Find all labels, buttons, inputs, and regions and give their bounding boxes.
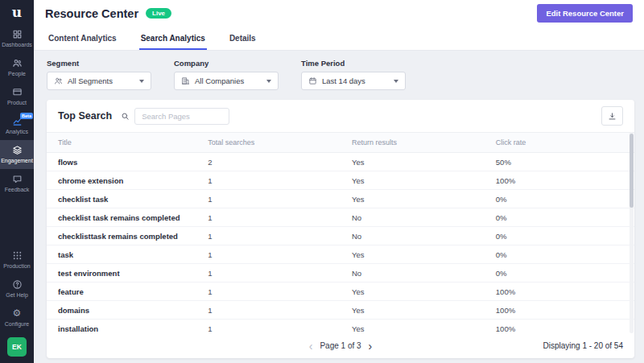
download-icon xyxy=(608,112,617,121)
time-period-filter-group: Time Period Last 14 days xyxy=(301,59,406,90)
table-row: flows2Yes50% xyxy=(47,153,634,171)
company-filter-group: Company All Companies xyxy=(174,59,279,90)
production-icon xyxy=(12,250,23,261)
search-input[interactable] xyxy=(134,108,229,125)
card-title: Top Search xyxy=(58,110,112,122)
cell-total-searches: 1 xyxy=(196,208,341,227)
segment-dropdown[interactable]: All Segments xyxy=(47,72,151,90)
table-row: checklisttask remains completed1No0% xyxy=(47,227,634,245)
help-icon xyxy=(12,279,23,290)
cell-total-searches: 1 xyxy=(196,264,341,283)
sidebar-label: Production xyxy=(3,263,30,269)
segment-icon xyxy=(54,76,63,85)
sidebar-item-configure[interactable]: ⚙ Configure xyxy=(0,303,34,332)
company-icon xyxy=(181,76,190,85)
cell-title: checklist task remains completed xyxy=(47,208,196,227)
cell-return-results: No xyxy=(341,227,485,245)
table-row: checklist task1Yes0% xyxy=(47,190,634,208)
scrollbar-thumb[interactable] xyxy=(630,134,634,208)
company-dropdown[interactable]: All Companies xyxy=(174,72,279,90)
cell-click-rate: 100% xyxy=(485,320,634,334)
edit-resource-center-button[interactable]: Edit Resource Center xyxy=(537,4,633,23)
column-header-return-results: Return results xyxy=(341,133,485,153)
app-logo[interactable]: u xyxy=(0,0,34,24)
sidebar-item-dashboards[interactable]: Dashboards xyxy=(0,24,34,53)
next-page-chevron-icon[interactable]: › xyxy=(369,342,373,350)
sidebar-label: People xyxy=(8,71,26,76)
sidebar-label: Get Help xyxy=(6,292,28,298)
table-row: domains1Yes100% xyxy=(47,301,634,320)
cell-click-rate: 0% xyxy=(485,264,634,283)
cell-title: feature xyxy=(47,283,196,301)
sidebar-item-engagement[interactable]: Engagement xyxy=(0,140,34,169)
sidebar-item-feedback[interactable]: Feedback xyxy=(0,169,34,198)
cell-return-results: Yes xyxy=(341,301,485,320)
cell-click-rate: 100% xyxy=(485,301,634,320)
feedback-icon xyxy=(12,174,23,184)
table-row: checklist task remains completed1No0% xyxy=(47,208,634,227)
sidebar-label: Feedback xyxy=(5,187,30,192)
search-box xyxy=(121,108,229,125)
card-footer: ‹ Page 1 of 3 › Displaying 1 - 20 of 54 xyxy=(47,333,634,358)
sidebar-label: Engagement xyxy=(1,158,33,163)
topbar: Resource Center Live Edit Resource Cente… xyxy=(34,0,644,27)
sidebar-item-people[interactable]: People xyxy=(0,53,34,82)
scrollbar-track xyxy=(630,132,634,333)
cell-total-searches: 1 xyxy=(196,227,341,245)
page-title: Resource Center xyxy=(45,7,138,20)
engagement-icon xyxy=(12,145,23,155)
user-avatar[interactable]: EK xyxy=(7,337,27,357)
company-dropdown-value: All Companies xyxy=(195,76,244,85)
cell-return-results: Yes xyxy=(341,190,485,208)
beta-badge: Beta xyxy=(20,113,33,119)
cell-return-results: Yes xyxy=(341,171,485,190)
sidebar-label: Configure xyxy=(5,321,29,327)
time-period-filter-label: Time Period xyxy=(301,59,406,68)
sidebar-item-analytics[interactable]: Beta Analytics xyxy=(0,111,34,140)
sidebar-item-product[interactable]: Product xyxy=(0,82,34,111)
segment-filter-label: Segment xyxy=(47,59,151,68)
cell-return-results: No xyxy=(341,264,485,283)
app-root: u Dashboards People Product Beta Analyti… xyxy=(0,0,644,363)
cell-title: test environment xyxy=(47,264,196,283)
tab-details[interactable]: Details xyxy=(228,27,258,50)
column-header-click-rate: Click rate xyxy=(485,133,634,153)
sidebar-bottom: Production Get Help ⚙ Configure EK xyxy=(0,245,34,363)
cell-title: checklisttask remains completed xyxy=(47,227,196,245)
cell-return-results: Yes xyxy=(341,320,485,334)
search-icon xyxy=(121,112,130,121)
download-button[interactable] xyxy=(601,106,623,126)
live-status-badge: Live xyxy=(146,8,171,19)
cell-click-rate: 100% xyxy=(485,171,634,190)
cell-click-rate: 0% xyxy=(485,227,634,245)
filters-row: Segment All Segments Company All Compani… xyxy=(47,59,634,90)
column-header-title: Title xyxy=(47,133,196,153)
main-area: Resource Center Live Edit Resource Cente… xyxy=(34,0,644,363)
dashboards-icon xyxy=(12,29,23,39)
product-icon xyxy=(12,87,23,97)
time-period-dropdown[interactable]: Last 14 days xyxy=(301,72,406,90)
cell-title: installation xyxy=(47,320,196,334)
table-header-row: Title Total searches Return results Clic… xyxy=(47,133,634,153)
pagination: ‹ Page 1 of 3 › xyxy=(309,341,373,350)
cell-return-results: Yes xyxy=(341,245,485,264)
card-header: Top Search xyxy=(47,100,634,132)
segment-dropdown-value: All Segments xyxy=(68,76,113,85)
table-row: test environment1No0% xyxy=(47,264,634,283)
sidebar-item-get-help[interactable]: Get Help xyxy=(0,274,34,303)
sidebar-label: Analytics xyxy=(6,129,28,134)
cell-title: flows xyxy=(47,153,196,171)
time-period-dropdown-value: Last 14 days xyxy=(322,76,365,85)
chevron-down-icon xyxy=(139,80,144,83)
sidebar-item-production[interactable]: Production xyxy=(0,245,34,274)
cell-total-searches: 2 xyxy=(196,153,341,171)
cell-total-searches: 1 xyxy=(196,283,341,301)
prev-page-chevron-icon[interactable]: ‹ xyxy=(309,342,313,350)
sidebar: u Dashboards People Product Beta Analyti… xyxy=(0,0,34,363)
search-table-wrap: Title Total searches Return results Clic… xyxy=(47,132,634,333)
tab-content-analytics[interactable]: Content Analytics xyxy=(47,27,118,50)
cell-total-searches: 1 xyxy=(196,245,341,264)
segment-filter-group: Segment All Segments xyxy=(47,59,151,90)
top-search-card: Top Search Title xyxy=(47,100,634,358)
tab-search-analytics[interactable]: Search Analytics xyxy=(139,27,207,50)
